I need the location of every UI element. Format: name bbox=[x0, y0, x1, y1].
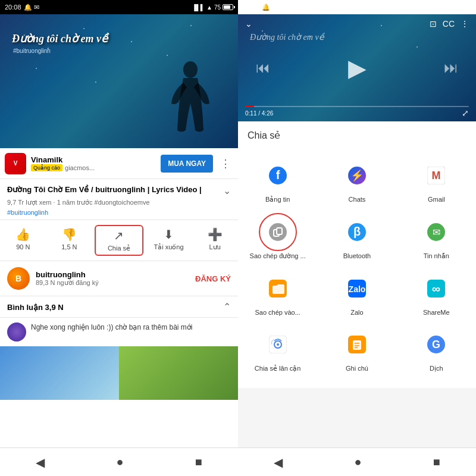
chats-label: Chats bbox=[349, 196, 366, 203]
collapse-button[interactable]: ⌄ bbox=[245, 19, 252, 29]
captions-icon[interactable]: CC bbox=[443, 19, 455, 29]
like-count: 90 N bbox=[16, 243, 30, 250]
left-status-bar: 20:08 🔔 ✉ ▐▌▌ ▲ 75 bbox=[0, 0, 238, 14]
channel-avatar: B bbox=[7, 267, 30, 290]
mua-ngay-button[interactable]: MUA NGAY bbox=[161, 155, 213, 173]
right-battery-icon bbox=[461, 4, 471, 10]
share-item-tin-nhan[interactable]: ✉Tin nhắn bbox=[397, 209, 476, 266]
dich-label: Dịch bbox=[430, 365, 443, 372]
share-grid: fBảng tin⚡ChatsMGmailSao chép đường ...β… bbox=[238, 147, 476, 388]
more-options-button[interactable]: ⋮ bbox=[218, 155, 233, 173]
ghi-chu-label: Ghi chú bbox=[346, 365, 368, 372]
ad-badge: Quảng cáo bbox=[31, 164, 62, 171]
right-back-button[interactable]: ◀ bbox=[269, 450, 287, 474]
skip-next-button[interactable]: ⏭ bbox=[444, 60, 458, 76]
subscribe-button[interactable]: ĐĂNG KÝ bbox=[195, 274, 231, 283]
comments-chevron-icon[interactable]: ⌃ bbox=[223, 301, 231, 312]
tin-nhan-label: Tin nhắn bbox=[424, 252, 449, 260]
svg-point-21 bbox=[277, 343, 279, 346]
fullscreen-button[interactable]: ⤢ bbox=[462, 108, 469, 118]
like-button[interactable]: 👍 90 N bbox=[0, 225, 46, 256]
svg-text:G: G bbox=[432, 339, 440, 350]
left-panel: 20:08 🔔 ✉ ▐▌▌ ▲ 75 Đường tôi chờ em về #… bbox=[0, 0, 238, 476]
notification-icons: 🔔 ✉ bbox=[24, 4, 39, 11]
ad-tags: Quảng cáo giacmos... bbox=[31, 164, 156, 171]
share-item-nearby[interactable]: Chia sẻ lân cận bbox=[238, 322, 317, 378]
svg-text:f: f bbox=[275, 168, 280, 181]
svg-text:∞: ∞ bbox=[432, 282, 440, 295]
play-button-large[interactable]: ▶ bbox=[348, 54, 367, 82]
share-icon: ↗ bbox=[114, 228, 124, 243]
right-video-thumbnail[interactable]: Đường tôi chờ em về ⌄ ⊡ CC ⋮ ▶ ⏮ ⏭ 0:11 … bbox=[238, 14, 476, 121]
channel-row: B buitruonglinh 89,3 N người đăng ký ĐĂN… bbox=[0, 261, 238, 296]
progress-fill bbox=[245, 106, 254, 107]
thumb-image-2 bbox=[119, 346, 238, 400]
ad-channel: giacmos... bbox=[65, 164, 95, 171]
wifi-icon: ▲ bbox=[206, 4, 212, 11]
time-display: 0:11 / 4:26 bbox=[245, 110, 273, 117]
svg-text:✉: ✉ bbox=[433, 227, 440, 237]
like-icon: 👍 bbox=[15, 227, 30, 242]
home-button[interactable]: ● bbox=[111, 450, 128, 474]
share-item-facebook[interactable]: fBảng tin bbox=[238, 153, 317, 209]
brand-logo-text: V bbox=[14, 160, 18, 167]
video-hashtag-overlay: #buitruonglinh bbox=[13, 48, 51, 54]
share-item-copy-folder[interactable]: Sao chép vào... bbox=[238, 266, 317, 322]
right-status-bar: 20:08 🔔 ✉ ▐▌▌ ▲ 75 bbox=[238, 0, 476, 14]
svg-rect-23 bbox=[353, 340, 361, 350]
share-item-ghi-chu[interactable]: Ghi chú bbox=[317, 322, 396, 378]
share-item-zalo[interactable]: ZaloZalo bbox=[317, 266, 396, 322]
comments-title: Bình luận 3,9 N bbox=[7, 303, 64, 312]
share-item-gmail[interactable]: MGmail bbox=[397, 153, 476, 209]
video-thumbnail-left[interactable]: Đường tôi chờ em về #buitruonglinh bbox=[0, 14, 238, 148]
share-panel: Chia sẻ fBảng tin⚡ChatsMGmailSao chép đư… bbox=[238, 121, 476, 447]
ad-bar: V Vinamilk Quảng cáo giacmos... MUA NGAY… bbox=[0, 148, 238, 179]
dislike-button[interactable]: 👎 1,5 N bbox=[46, 225, 93, 256]
channel-name: buitruonglinh bbox=[36, 270, 195, 279]
copy-folder-label: Sao chép vào... bbox=[255, 309, 300, 316]
right-signal-icon: ▐▌▌ bbox=[430, 4, 443, 11]
channel-subs: 89,3 N người đăng ký bbox=[36, 279, 195, 287]
related-thumb-1[interactable] bbox=[0, 346, 119, 400]
copy-link-label: Sao chép đường ... bbox=[250, 252, 306, 260]
download-button[interactable]: ⬇ Tải xuống bbox=[146, 225, 192, 256]
share-button[interactable]: ↗ Chia sẻ bbox=[95, 225, 143, 256]
share-label: Chia sẻ bbox=[108, 245, 130, 252]
expand-icon[interactable]: ⌄ bbox=[223, 185, 231, 196]
cast-icon[interactable]: ⊡ bbox=[430, 19, 437, 29]
ghi-chu-icon bbox=[340, 328, 374, 361]
video-info-section: Đường Tôi Chờ Em Về / buitruonglinh | Ly… bbox=[0, 179, 238, 220]
bluetooth-label: Bluetooth bbox=[343, 252, 371, 259]
svg-rect-9 bbox=[277, 228, 282, 234]
svg-text:⚡: ⚡ bbox=[350, 169, 364, 182]
share-item-chats[interactable]: ⚡Chats bbox=[317, 153, 396, 209]
save-button[interactable]: ➕ Lưu bbox=[192, 225, 238, 256]
right-recents-button[interactable]: ■ bbox=[428, 450, 445, 474]
share-title: Chia sẻ bbox=[238, 121, 476, 147]
skip-prev-button[interactable]: ⏮ bbox=[256, 60, 270, 76]
share-item-copy-link[interactable]: Sao chép đường ... bbox=[238, 209, 317, 266]
share-item-shareme[interactable]: ∞ShareMe bbox=[397, 266, 476, 322]
channel-info: buitruonglinh 89,3 N người đăng ký bbox=[36, 270, 195, 287]
signal-icon: ▐▌▌ bbox=[192, 4, 205, 11]
right-panel: 20:08 🔔 ✉ ▐▌▌ ▲ 75 Đường tôi chờ em về ⌄… bbox=[238, 0, 476, 476]
related-thumb-2[interactable] bbox=[119, 346, 238, 400]
right-home-button[interactable]: ● bbox=[349, 450, 366, 474]
gmail-icon: M bbox=[419, 159, 453, 192]
zalo-icon: Zalo bbox=[340, 272, 374, 305]
video-title-row: Đường Tôi Chờ Em Về / buitruonglinh | Ly… bbox=[7, 185, 231, 196]
tin-nhan-icon: ✉ bbox=[419, 215, 453, 249]
recents-button[interactable]: ■ bbox=[190, 450, 207, 474]
back-button[interactable]: ◀ bbox=[31, 450, 49, 474]
video-meta: 9,7 Tr lượt xem · 1 năm trước #duongtoic… bbox=[7, 199, 231, 206]
facebook-label: Bảng tin bbox=[265, 196, 290, 203]
action-bar: 👍 90 N 👎 1,5 N ↗ Chia sẻ ⬇ Tải xuống ➕ L… bbox=[0, 220, 238, 261]
progress-bar-area[interactable] bbox=[238, 106, 476, 107]
share-item-dich[interactable]: GDịch bbox=[397, 322, 476, 378]
video-title-overlay: Đường tôi chờ em về bbox=[12, 32, 108, 45]
more-button[interactable]: ⋮ bbox=[461, 19, 469, 29]
thumb-image-1 bbox=[0, 346, 119, 400]
share-item-bluetooth[interactable]: βBluetooth bbox=[317, 209, 396, 266]
comments-header: Bình luận 3,9 N ⌃ bbox=[0, 296, 238, 318]
left-bottom-nav: ◀ ● ■ bbox=[0, 447, 238, 476]
